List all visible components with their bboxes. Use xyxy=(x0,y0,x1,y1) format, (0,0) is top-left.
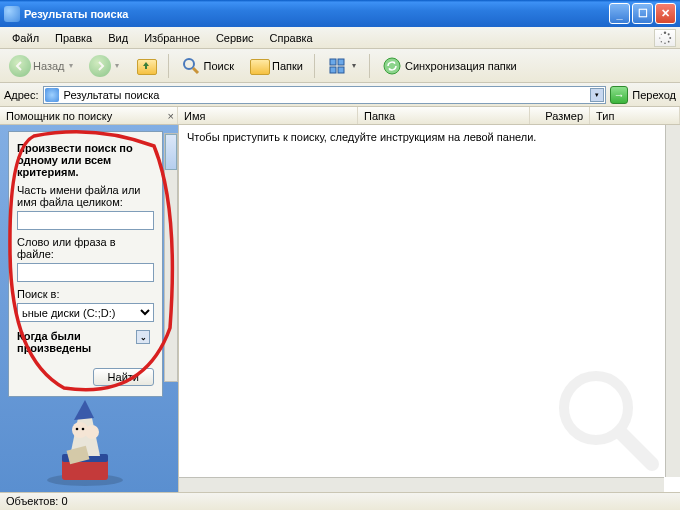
sync-button[interactable]: Синхронизация папки xyxy=(376,52,522,80)
status-bar: Объектов: 0 xyxy=(0,492,680,510)
window-title: Результаты поиска xyxy=(24,8,128,20)
svg-point-19 xyxy=(85,425,99,439)
sync-icon xyxy=(381,55,403,77)
when-section: Когда были произведены ⌄ xyxy=(17,330,154,354)
panel-heading: Произвести поиск по одному или всем крит… xyxy=(17,142,154,178)
back-dropdown[interactable]: ▾ xyxy=(67,55,75,77)
address-label: Адрес: xyxy=(4,89,39,101)
svg-point-3 xyxy=(668,40,670,42)
svg-point-4 xyxy=(664,42,666,44)
search-icon xyxy=(180,55,202,77)
search-companion-pane: Произвести поиск по одному или всем крит… xyxy=(0,125,178,492)
menu-favorites[interactable]: Избранное xyxy=(136,29,208,47)
svg-rect-10 xyxy=(330,59,336,65)
title-bar: Результаты поиска _ ☐ ✕ xyxy=(0,0,680,27)
minimize-button[interactable]: _ xyxy=(609,3,630,24)
svg-rect-11 xyxy=(338,59,344,65)
forward-icon xyxy=(89,55,111,77)
menu-edit[interactable]: Правка xyxy=(47,29,100,47)
svg-point-8 xyxy=(184,59,194,69)
filename-label: Часть имени файла или имя файла целиком: xyxy=(17,184,154,208)
column-headers: Помощник по поиску × Имя Папка Размер Ти… xyxy=(0,107,680,125)
search-button[interactable]: Поиск xyxy=(175,52,239,80)
address-bar: Адрес: ▾ → Переход xyxy=(0,83,680,107)
svg-line-24 xyxy=(620,432,652,464)
search-find-button[interactable]: Найти xyxy=(93,368,154,386)
svg-rect-13 xyxy=(338,67,344,73)
go-button[interactable]: → xyxy=(610,86,628,104)
back-button[interactable]: Назад ▾ xyxy=(4,52,80,80)
forward-dropdown[interactable]: ▾ xyxy=(113,55,121,77)
search-panel: Произвести поиск по одному или всем крит… xyxy=(8,131,163,397)
menu-file[interactable]: Файл xyxy=(4,29,47,47)
col-folder[interactable]: Папка xyxy=(358,107,530,124)
phrase-input[interactable] xyxy=(17,263,154,282)
menu-bar: Файл Правка Вид Избранное Сервис Справка xyxy=(0,27,680,49)
views-button[interactable]: ▾ xyxy=(321,52,363,80)
content-vscrollbar[interactable] xyxy=(665,125,680,477)
menu-view[interactable]: Вид xyxy=(100,29,136,47)
results-area: Чтобы приступить к поиску, следуйте инст… xyxy=(178,125,680,492)
col-name[interactable]: Имя xyxy=(178,107,358,124)
address-dropdown[interactable]: ▾ xyxy=(590,88,604,102)
menu-tools[interactable]: Сервис xyxy=(208,29,262,47)
filename-input[interactable] xyxy=(17,211,154,230)
svg-point-7 xyxy=(661,33,662,34)
folders-icon xyxy=(248,55,270,77)
col-size[interactable]: Размер xyxy=(530,107,590,124)
throbber-icon xyxy=(654,29,676,47)
col-type[interactable]: Тип xyxy=(590,107,680,124)
back-icon xyxy=(9,55,31,77)
views-icon xyxy=(326,55,348,77)
address-icon xyxy=(45,88,59,102)
svg-point-6 xyxy=(659,37,660,38)
status-text: Объектов: 0 xyxy=(6,495,68,507)
col-helper[interactable]: Помощник по поиску × xyxy=(0,107,178,124)
svg-line-9 xyxy=(193,68,198,73)
magnifier-watermark-icon xyxy=(554,366,664,476)
lookin-label: Поиск в: xyxy=(17,288,154,300)
svg-point-21 xyxy=(82,428,85,431)
menu-help[interactable]: Справка xyxy=(262,29,321,47)
toolbar: Назад ▾ ▾ Поиск Папки ▾ Синхронизация па… xyxy=(0,49,680,83)
up-button[interactable] xyxy=(130,52,162,80)
svg-point-1 xyxy=(668,33,670,35)
folders-button[interactable]: Папки xyxy=(243,52,308,80)
content-hscrollbar[interactable] xyxy=(179,477,664,492)
instruction-text: Чтобы приступить к поиску, следуйте инст… xyxy=(179,125,680,149)
forward-button[interactable]: ▾ xyxy=(84,52,126,80)
svg-rect-12 xyxy=(330,67,336,73)
maximize-button[interactable]: ☐ xyxy=(632,3,653,24)
up-folder-icon xyxy=(135,55,157,77)
lookin-select[interactable]: ьные диски (C:;D:) xyxy=(17,303,154,322)
wizard-character-icon xyxy=(20,388,150,488)
svg-point-14 xyxy=(384,58,400,74)
views-dropdown[interactable]: ▾ xyxy=(350,55,358,77)
close-button[interactable]: ✕ xyxy=(655,3,676,24)
app-icon xyxy=(4,6,20,22)
svg-point-0 xyxy=(664,31,666,33)
svg-point-2 xyxy=(669,37,671,39)
main-area: Произвести поиск по одному или всем крит… xyxy=(0,125,680,492)
go-label: Переход xyxy=(632,89,676,101)
svg-point-5 xyxy=(661,40,662,41)
svg-point-20 xyxy=(76,428,79,431)
close-pane-icon[interactable]: × xyxy=(168,110,174,122)
expand-when-icon[interactable]: ⌄ xyxy=(136,330,150,344)
address-input[interactable] xyxy=(43,86,607,104)
panel-scrollbar[interactable] xyxy=(164,133,178,382)
phrase-label: Слово или фраза в файле: xyxy=(17,236,154,260)
